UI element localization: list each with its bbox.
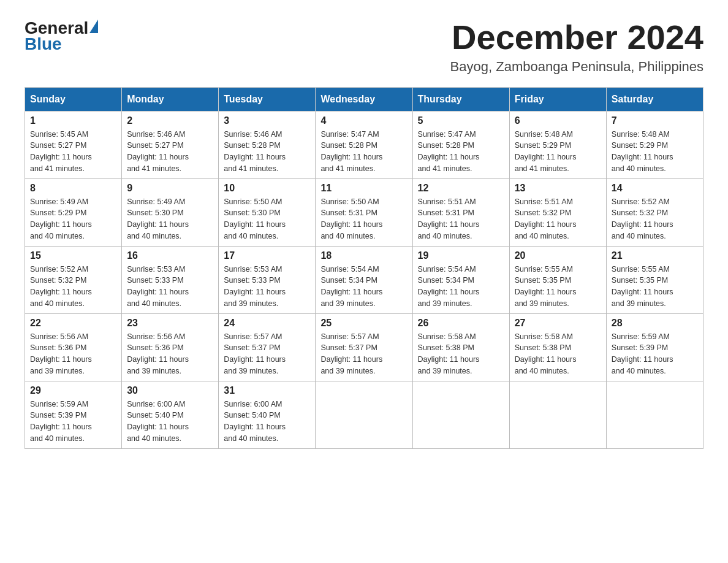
calendar-cell: 27Sunrise: 5:58 AMSunset: 5:38 PMDayligh…	[509, 313, 606, 381]
week-row-5: 29Sunrise: 5:59 AMSunset: 5:39 PMDayligh…	[25, 381, 703, 448]
day-info: Sunrise: 5:56 AMSunset: 5:36 PMDaylight:…	[127, 331, 213, 377]
day-number: 30	[127, 385, 213, 396]
day-number: 6	[515, 115, 601, 126]
day-info: Sunrise: 5:54 AMSunset: 5:34 PMDaylight:…	[418, 264, 504, 310]
day-info: Sunrise: 5:48 AMSunset: 5:29 PMDaylight:…	[515, 129, 601, 175]
day-info: Sunrise: 5:54 AMSunset: 5:34 PMDaylight:…	[320, 264, 407, 310]
day-number: 25	[320, 318, 407, 329]
day-number: 4	[320, 115, 407, 126]
day-info: Sunrise: 5:56 AMSunset: 5:36 PMDaylight:…	[30, 331, 116, 377]
day-info: Sunrise: 5:50 AMSunset: 5:31 PMDaylight:…	[320, 196, 407, 242]
day-number: 23	[127, 318, 213, 329]
page-header: General Blue December 2024 Bayog, Zamboa…	[25, 18, 703, 75]
day-number: 24	[224, 318, 310, 329]
calendar-cell: 18Sunrise: 5:54 AMSunset: 5:34 PMDayligh…	[316, 246, 412, 313]
day-info: Sunrise: 6:00 AMSunset: 5:40 PMDaylight:…	[127, 399, 213, 445]
calendar-cell: 12Sunrise: 5:51 AMSunset: 5:31 PMDayligh…	[412, 178, 509, 246]
weekday-header-monday: Monday	[122, 87, 219, 111]
day-info: Sunrise: 5:45 AMSunset: 5:27 PMDaylight:…	[30, 129, 116, 175]
calendar-cell: 30Sunrise: 6:00 AMSunset: 5:40 PMDayligh…	[122, 381, 219, 448]
day-number: 26	[418, 318, 504, 329]
day-info: Sunrise: 5:57 AMSunset: 5:37 PMDaylight:…	[320, 331, 407, 377]
calendar-cell: 7Sunrise: 5:48 AMSunset: 5:29 PMDaylight…	[606, 111, 703, 178]
calendar-table: SundayMondayTuesdayWednesdayThursdayFrid…	[25, 87, 703, 449]
day-info: Sunrise: 5:55 AMSunset: 5:35 PMDaylight:…	[515, 264, 601, 310]
title-block: December 2024 Bayog, Zamboanga Peninsula…	[450, 18, 703, 75]
calendar-cell: 15Sunrise: 5:52 AMSunset: 5:32 PMDayligh…	[25, 246, 122, 313]
day-number: 9	[127, 183, 213, 194]
calendar-cell: 3Sunrise: 5:46 AMSunset: 5:28 PMDaylight…	[219, 111, 316, 178]
day-number: 7	[612, 115, 698, 126]
logo-triangle-icon	[89, 20, 98, 33]
weekday-header-thursday: Thursday	[412, 87, 509, 111]
calendar-cell: 31Sunrise: 6:00 AMSunset: 5:40 PMDayligh…	[219, 381, 316, 448]
calendar-cell: 17Sunrise: 5:53 AMSunset: 5:33 PMDayligh…	[219, 246, 316, 313]
weekday-header-wednesday: Wednesday	[316, 87, 412, 111]
week-row-2: 8Sunrise: 5:49 AMSunset: 5:29 PMDaylight…	[25, 178, 703, 246]
day-number: 31	[224, 385, 310, 396]
day-info: Sunrise: 5:49 AMSunset: 5:30 PMDaylight:…	[127, 196, 213, 242]
day-info: Sunrise: 5:46 AMSunset: 5:28 PMDaylight:…	[224, 129, 310, 175]
day-info: Sunrise: 5:46 AMSunset: 5:27 PMDaylight:…	[127, 129, 213, 175]
day-number: 18	[320, 250, 407, 261]
week-row-3: 15Sunrise: 5:52 AMSunset: 5:32 PMDayligh…	[25, 246, 703, 313]
day-info: Sunrise: 5:49 AMSunset: 5:29 PMDaylight:…	[30, 196, 116, 242]
calendar-cell: 22Sunrise: 5:56 AMSunset: 5:36 PMDayligh…	[25, 313, 122, 381]
day-info: Sunrise: 5:53 AMSunset: 5:33 PMDaylight:…	[127, 264, 213, 310]
day-info: Sunrise: 5:52 AMSunset: 5:32 PMDaylight:…	[30, 264, 116, 310]
calendar-cell: 13Sunrise: 5:51 AMSunset: 5:32 PMDayligh…	[509, 178, 606, 246]
calendar-cell: 14Sunrise: 5:52 AMSunset: 5:32 PMDayligh…	[606, 178, 703, 246]
day-number: 3	[224, 115, 310, 126]
calendar-cell: 8Sunrise: 5:49 AMSunset: 5:29 PMDaylight…	[25, 178, 122, 246]
calendar-cell: 26Sunrise: 5:58 AMSunset: 5:38 PMDayligh…	[412, 313, 509, 381]
day-info: Sunrise: 5:53 AMSunset: 5:33 PMDaylight:…	[224, 264, 310, 310]
day-info: Sunrise: 5:59 AMSunset: 5:39 PMDaylight:…	[30, 399, 116, 445]
day-info: Sunrise: 5:51 AMSunset: 5:32 PMDaylight:…	[515, 196, 601, 242]
calendar-cell: 19Sunrise: 5:54 AMSunset: 5:34 PMDayligh…	[412, 246, 509, 313]
day-number: 28	[612, 318, 698, 329]
day-number: 11	[320, 183, 407, 194]
day-number: 19	[418, 250, 504, 261]
day-number: 2	[127, 115, 213, 126]
day-number: 29	[30, 385, 116, 396]
day-number: 27	[515, 318, 601, 329]
calendar-cell: 11Sunrise: 5:50 AMSunset: 5:31 PMDayligh…	[316, 178, 412, 246]
month-title: December 2024	[450, 18, 703, 56]
day-info: Sunrise: 5:58 AMSunset: 5:38 PMDaylight:…	[515, 331, 601, 377]
week-row-4: 22Sunrise: 5:56 AMSunset: 5:36 PMDayligh…	[25, 313, 703, 381]
weekday-header-saturday: Saturday	[606, 87, 703, 111]
day-number: 22	[30, 318, 116, 329]
calendar-cell: 24Sunrise: 5:57 AMSunset: 5:37 PMDayligh…	[219, 313, 316, 381]
logo: General Blue	[25, 18, 98, 54]
calendar-cell: 6Sunrise: 5:48 AMSunset: 5:29 PMDaylight…	[509, 111, 606, 178]
day-number: 16	[127, 250, 213, 261]
calendar-cell: 16Sunrise: 5:53 AMSunset: 5:33 PMDayligh…	[122, 246, 219, 313]
day-number: 14	[612, 183, 698, 194]
day-info: Sunrise: 5:47 AMSunset: 5:28 PMDaylight:…	[418, 129, 504, 175]
calendar-cell: 25Sunrise: 5:57 AMSunset: 5:37 PMDayligh…	[316, 313, 412, 381]
weekday-header-friday: Friday	[509, 87, 606, 111]
day-number: 13	[515, 183, 601, 194]
week-row-1: 1Sunrise: 5:45 AMSunset: 5:27 PMDaylight…	[25, 111, 703, 178]
calendar-cell: 20Sunrise: 5:55 AMSunset: 5:35 PMDayligh…	[509, 246, 606, 313]
day-info: Sunrise: 5:55 AMSunset: 5:35 PMDaylight:…	[612, 264, 698, 310]
day-number: 21	[612, 250, 698, 261]
logo-blue-text: Blue	[25, 34, 62, 54]
day-number: 5	[418, 115, 504, 126]
day-info: Sunrise: 6:00 AMSunset: 5:40 PMDaylight:…	[224, 399, 310, 445]
calendar-cell: 23Sunrise: 5:56 AMSunset: 5:36 PMDayligh…	[122, 313, 219, 381]
calendar-cell	[412, 381, 509, 448]
calendar-cell: 4Sunrise: 5:47 AMSunset: 5:28 PMDaylight…	[316, 111, 412, 178]
day-info: Sunrise: 5:47 AMSunset: 5:28 PMDaylight:…	[320, 129, 407, 175]
day-number: 17	[224, 250, 310, 261]
calendar-cell: 9Sunrise: 5:49 AMSunset: 5:30 PMDaylight…	[122, 178, 219, 246]
day-number: 8	[30, 183, 116, 194]
location-subtitle: Bayog, Zamboanga Peninsula, Philippines	[450, 59, 703, 75]
weekday-header-row: SundayMondayTuesdayWednesdayThursdayFrid…	[25, 87, 703, 111]
calendar-cell	[316, 381, 412, 448]
day-number: 12	[418, 183, 504, 194]
calendar-cell: 10Sunrise: 5:50 AMSunset: 5:30 PMDayligh…	[219, 178, 316, 246]
weekday-header-sunday: Sunday	[25, 87, 122, 111]
calendar-cell	[606, 381, 703, 448]
day-info: Sunrise: 5:52 AMSunset: 5:32 PMDaylight:…	[612, 196, 698, 242]
